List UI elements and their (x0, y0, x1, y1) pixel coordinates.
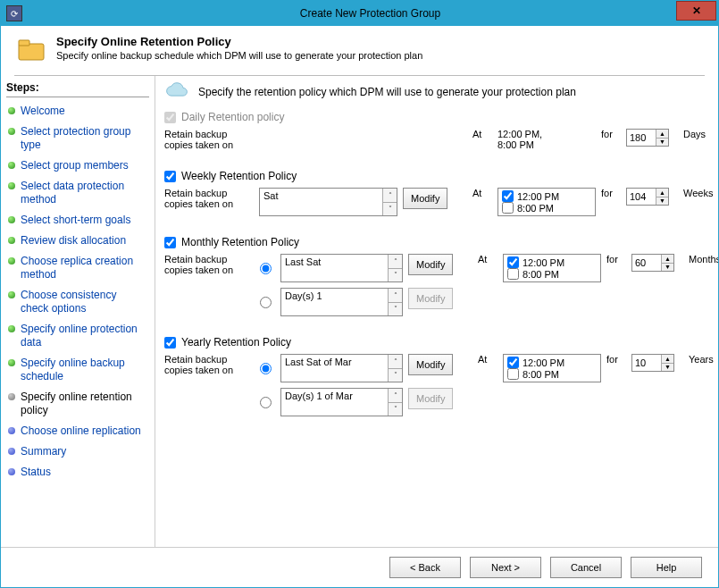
sidebar-step-10: Specify online retention policy (6, 387, 149, 421)
yearly-modify-button-1[interactable]: Modify (408, 354, 453, 375)
sidebar-step-9[interactable]: Specify online backup schedule (6, 353, 149, 387)
app-icon: ⟳ (6, 5, 22, 21)
page-title: Specify Online Retention Policy (56, 35, 422, 48)
weekly-unit: Weeks (683, 188, 718, 198)
sidebar-step-6[interactable]: Choose replica creation method (6, 251, 149, 285)
weekly-row: Retain backup copies taken on Sat ˄˅ Mod… (164, 188, 706, 216)
step-bullet-icon (8, 257, 15, 265)
window-title: Create New Protection Group (22, 7, 718, 20)
step-label: Select group members (21, 159, 129, 172)
wizard-window: ⟳ Create New Protection Group ✕ Specify … (0, 0, 719, 588)
sidebar-step-12[interactable]: Summary (6, 441, 149, 462)
header: Specify Online Retention Policy Specify … (1, 26, 718, 71)
weekly-select[interactable]: Sat ˄˅ (259, 188, 397, 216)
sidebar-step-3[interactable]: Select data protection method (6, 176, 149, 210)
step-label: Review disk allocation (21, 234, 126, 248)
monthly-modify-button-1[interactable]: Modify (408, 254, 453, 275)
daily-checkbox (164, 112, 176, 123)
svg-rect-1 (19, 40, 29, 46)
step-bullet-icon (8, 182, 15, 189)
step-bullet-icon (8, 468, 15, 475)
weekly-value-input[interactable] (627, 189, 656, 205)
weekly-modify-button[interactable]: Modify (403, 188, 447, 209)
cloud-icon (164, 81, 189, 102)
weekly-times: 12:00 PM 8:00 PM (497, 188, 596, 216)
weekly-checkbox[interactable] (164, 171, 176, 182)
sidebar-step-7[interactable]: Choose consistency check options (6, 285, 149, 319)
yearly-check-label: Yearly Retention Policy (181, 336, 291, 349)
help-button[interactable]: Help (631, 557, 702, 578)
sidebar-step-5[interactable]: Review disk allocation (6, 231, 149, 251)
svg-rect-0 (19, 44, 44, 60)
step-label: Select data protection method (21, 180, 147, 206)
step-bullet-icon (8, 325, 15, 332)
chevron-down-icon[interactable]: ˅ (383, 203, 397, 216)
page-subtitle: Specify online backup schedule which DPM… (56, 50, 422, 61)
monthly-retain-label: Retain backup copies taken on (164, 254, 254, 275)
folder-icon (17, 35, 46, 66)
daily-at-label: At (472, 129, 492, 139)
yearly-value-input[interactable] (632, 355, 661, 371)
monthly-time2-check[interactable] (507, 268, 519, 280)
steps-sidebar: Steps: WelcomeSelect protection group ty… (1, 76, 155, 547)
sidebar-step-8[interactable]: Specify online protection data (6, 319, 149, 353)
step-label: Welcome (21, 105, 65, 118)
daily-value-spinner[interactable]: ▲▼ (626, 129, 669, 147)
step-bullet-icon (8, 448, 15, 455)
step-label: Choose online replication (21, 424, 141, 438)
next-button[interactable]: Next > (470, 557, 541, 578)
weekly-time1-check[interactable] (502, 190, 514, 202)
step-label: Status (21, 466, 51, 479)
step-bullet-icon (8, 427, 15, 434)
titlebar: ⟳ Create New Protection Group ✕ (1, 1, 718, 26)
back-button[interactable]: < Back (389, 557, 461, 578)
weekly-time2-check[interactable] (502, 202, 514, 214)
daily-value-input[interactable] (627, 130, 656, 146)
sidebar-step-13[interactable]: Status (6, 462, 149, 483)
monthly-select-1[interactable]: Last Sat ˄˅ (280, 254, 403, 282)
weekly-select-value: Sat (260, 189, 382, 215)
monthly-time1-check[interactable] (507, 256, 519, 268)
step-bullet-icon (8, 237, 15, 244)
step-label: Summary (21, 445, 66, 458)
yearly-row2: Day(s) 1 of Mar ˄˅ Modify (164, 388, 706, 416)
sidebar-step-4[interactable]: Select short-term goals (6, 210, 149, 231)
monthly-row1: Retain backup copies taken on Last Sat ˄… (164, 254, 706, 282)
close-button[interactable]: ✕ (676, 1, 716, 21)
yearly-radio-2[interactable] (260, 397, 272, 408)
sidebar-step-1[interactable]: Select protection group type (6, 122, 149, 155)
weekly-value-spinner[interactable]: ▲▼ (626, 188, 669, 206)
monthly-radio-2[interactable] (260, 297, 272, 308)
monthly-radio-1[interactable] (260, 263, 272, 274)
yearly-radio-1[interactable] (260, 363, 272, 374)
step-bullet-icon (8, 359, 15, 366)
monthly-value-input[interactable] (632, 255, 661, 271)
monthly-check-row: Monthly Retention Policy (164, 236, 706, 248)
cancel-button[interactable]: Cancel (550, 557, 622, 578)
spin-up-icon[interactable]: ▲ (656, 130, 668, 139)
sidebar-step-11[interactable]: Choose online replication (6, 421, 149, 441)
monthly-value-spinner[interactable]: ▲▼ (631, 254, 674, 272)
monthly-times: 12:00 PM 8:00 PM (503, 254, 601, 282)
step-label: Specify online protection data (21, 323, 147, 349)
sidebar-step-0[interactable]: Welcome (6, 101, 149, 122)
yearly-value-spinner[interactable]: ▲▼ (631, 354, 674, 372)
step-label: Choose consistency check options (21, 289, 147, 315)
monthly-check-label: Monthly Retention Policy (181, 236, 299, 248)
step-label: Specify online retention policy (21, 391, 147, 417)
yearly-time2-check[interactable] (507, 368, 519, 380)
spin-down-icon[interactable]: ▼ (656, 139, 668, 147)
monthly-select-2[interactable]: Day(s) 1 ˄˅ (280, 288, 403, 316)
yearly-select-1[interactable]: Last Sat of Mar ˄˅ (280, 354, 403, 382)
yearly-time1-check[interactable] (507, 357, 519, 368)
yearly-checkbox[interactable] (164, 337, 176, 349)
yearly-modify-button-2: Modify (408, 388, 453, 409)
sidebar-step-2[interactable]: Select group members (6, 155, 149, 176)
monthly-row2: Day(s) 1 ˄˅ Modify (164, 288, 706, 316)
yearly-row1: Retain backup copies taken on Last Sat o… (164, 354, 706, 382)
monthly-checkbox[interactable] (164, 237, 176, 248)
step-label: Choose replica creation method (21, 255, 147, 281)
yearly-select-2[interactable]: Day(s) 1 of Mar ˄˅ (280, 388, 403, 416)
chevron-up-icon[interactable]: ˄ (383, 189, 397, 203)
yearly-retain-label: Retain backup copies taken on (164, 354, 254, 375)
